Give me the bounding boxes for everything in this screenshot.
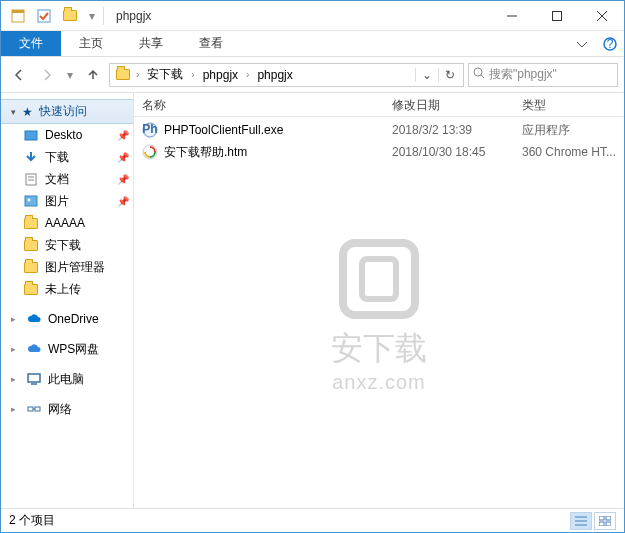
item-icon xyxy=(23,171,39,187)
ribbon-expand-icon[interactable] xyxy=(568,31,596,56)
svg-rect-17 xyxy=(28,374,40,382)
expand-icon: ▸ xyxy=(11,314,16,324)
qat-dropdown-icon[interactable]: ▾ xyxy=(85,5,99,27)
back-button[interactable] xyxy=(7,63,31,87)
file-row[interactable]: PhPHPToolClientFull.exe2018/3/2 13:39应用程… xyxy=(134,119,624,141)
pin-icon: 📌 xyxy=(117,130,129,141)
sidebar-item[interactable]: 未上传 xyxy=(1,278,133,300)
svg-text:Ph: Ph xyxy=(142,122,157,136)
svg-rect-28 xyxy=(599,516,604,520)
expand-icon: ▾ xyxy=(11,107,16,117)
qat-properties-icon[interactable] xyxy=(7,5,29,27)
folder-icon[interactable] xyxy=(59,5,81,27)
help-icon[interactable]: ? xyxy=(596,31,624,56)
item-label: 文档 xyxy=(45,171,69,188)
breadcrumb-item[interactable]: phpgjx xyxy=(251,64,298,86)
item-label: 安下载 xyxy=(45,237,81,254)
breadcrumb[interactable]: › 安下载 › phpgjx › phpgjx ⌄ ↻ xyxy=(109,63,464,87)
column-type[interactable]: 类型 xyxy=(514,93,624,116)
shield-icon xyxy=(339,239,419,319)
sidebar-item[interactable]: 图片管理器 xyxy=(1,256,133,278)
pin-icon: 📌 xyxy=(117,174,129,185)
navigation-pane: ▾ ★ 快速访问 Deskto📌下载📌文档📌图片📌AAAAA安下载图片管理器未上… xyxy=(1,93,134,508)
file-date: 2018/3/2 13:39 xyxy=(384,123,514,137)
chevron-right-icon[interactable]: › xyxy=(244,69,251,80)
file-icon: Ph xyxy=(142,122,158,138)
view-details-button[interactable] xyxy=(570,512,592,530)
sidebar-item[interactable]: 安下载 xyxy=(1,234,133,256)
forward-button[interactable] xyxy=(35,63,59,87)
sidebar-item-net[interactable]: ▸网络 xyxy=(1,398,133,420)
item-label: 图片 xyxy=(45,193,69,210)
svg-rect-19 xyxy=(28,407,33,411)
tab-share[interactable]: 共享 xyxy=(121,31,181,56)
sidebar-item-cloud[interactable]: ▸WPS网盘 xyxy=(1,338,133,360)
title-bar: ▾ phpgjx xyxy=(1,1,624,31)
sidebar-item[interactable]: 文档📌 xyxy=(1,168,133,190)
minimize-button[interactable] xyxy=(489,2,534,30)
window-title: phpgjx xyxy=(116,9,151,23)
net-icon xyxy=(26,401,42,417)
sidebar-item[interactable]: 下载📌 xyxy=(1,146,133,168)
svg-rect-29 xyxy=(606,516,611,520)
quick-access-toolbar: ▾ xyxy=(7,5,99,27)
svg-rect-30 xyxy=(599,522,604,526)
qat-check-icon[interactable] xyxy=(33,5,55,27)
svg-rect-31 xyxy=(606,522,611,526)
column-name[interactable]: 名称 xyxy=(134,93,384,116)
refresh-icon[interactable]: ↻ xyxy=(438,68,461,82)
cloud-icon xyxy=(26,311,42,327)
chevron-right-icon[interactable]: › xyxy=(134,69,141,80)
breadcrumb-item[interactable]: 安下载 xyxy=(141,64,189,86)
chevron-right-icon[interactable]: › xyxy=(189,69,196,80)
recent-dropdown-icon[interactable]: ▾ xyxy=(63,63,77,87)
tab-file[interactable]: 文件 xyxy=(1,31,61,56)
expand-icon: ▸ xyxy=(11,404,16,414)
maximize-button[interactable] xyxy=(534,2,579,30)
column-date[interactable]: 修改日期 xyxy=(384,93,514,116)
svg-rect-20 xyxy=(35,407,40,411)
sidebar-item[interactable]: AAAAA xyxy=(1,212,133,234)
ribbon-tabs: 文件 主页 共享 查看 ? xyxy=(1,31,624,57)
svg-line-10 xyxy=(481,75,484,78)
watermark-text: anxz.com xyxy=(331,371,427,394)
file-icon xyxy=(142,144,158,160)
svg-rect-2 xyxy=(38,10,50,22)
file-name: PHPToolClientFull.exe xyxy=(164,123,283,137)
pc-icon xyxy=(26,371,42,387)
up-button[interactable] xyxy=(81,63,105,87)
item-label: 此电脑 xyxy=(48,371,84,388)
search-input[interactable]: 搜索"phpgjx" xyxy=(468,63,618,87)
item-icon xyxy=(23,237,39,253)
watermark-text: 安下载 xyxy=(331,327,427,371)
tab-home[interactable]: 主页 xyxy=(61,31,121,56)
svg-point-16 xyxy=(28,199,31,202)
file-name: 安下载帮助.htm xyxy=(164,144,247,161)
breadcrumb-item[interactable]: phpgjx xyxy=(197,64,244,86)
sidebar-label: 快速访问 xyxy=(39,103,87,120)
file-row[interactable]: 安下载帮助.htm2018/10/30 18:45360 Chrome HT..… xyxy=(134,141,624,163)
breadcrumb-dropdown-icon[interactable]: ⌄ xyxy=(415,68,438,82)
cloud-icon xyxy=(26,341,42,357)
search-placeholder: 搜索"phpgjx" xyxy=(489,66,557,83)
close-button[interactable] xyxy=(579,2,624,30)
item-icon xyxy=(23,193,39,209)
view-large-button[interactable] xyxy=(594,512,616,530)
item-label: OneDrive xyxy=(48,312,99,326)
sidebar-item[interactable]: Deskto📌 xyxy=(1,124,133,146)
item-label: 下载 xyxy=(45,149,69,166)
item-label: 网络 xyxy=(48,401,72,418)
item-icon xyxy=(23,281,39,297)
sidebar-quick-access[interactable]: ▾ ★ 快速访问 xyxy=(1,99,133,124)
svg-rect-15 xyxy=(25,196,37,206)
item-label: Deskto xyxy=(45,128,82,142)
expand-icon: ▸ xyxy=(11,374,16,384)
sidebar-item-cloud[interactable]: ▸OneDrive xyxy=(1,308,133,330)
item-icon xyxy=(23,149,39,165)
status-text: 2 个项目 xyxy=(9,512,55,529)
sidebar-item[interactable]: 图片📌 xyxy=(1,190,133,212)
sidebar-item-pc[interactable]: ▸此电脑 xyxy=(1,368,133,390)
item-icon xyxy=(23,259,39,275)
tab-view[interactable]: 查看 xyxy=(181,31,241,56)
search-icon xyxy=(473,67,485,82)
